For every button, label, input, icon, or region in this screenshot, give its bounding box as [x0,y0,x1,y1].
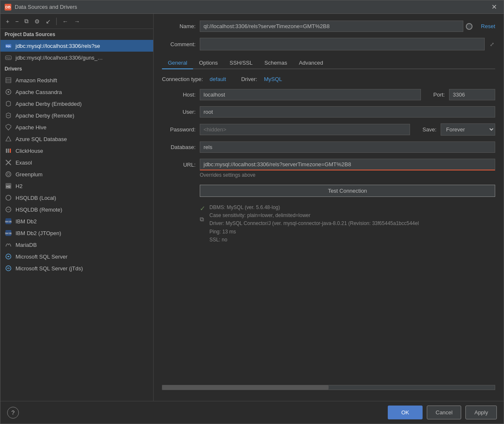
drivers-section-header: Drivers [0,63,153,74]
driver-label-2: Apache Derby (Embedded) [16,101,82,107]
test-connection-button[interactable]: Test Connection [200,185,495,197]
project-section-header: Project Data Sources [0,29,153,40]
svg-point-20 [6,195,11,200]
greenplum-icon [5,170,12,178]
driver-item-mariadb[interactable]: MariaDB [0,239,153,251]
remove-datasource-button[interactable]: − [13,17,21,26]
driver-value[interactable]: MySQL [264,76,282,82]
comment-input[interactable] [200,38,485,50]
password-input[interactable] [200,124,410,135]
tab-general[interactable]: General [162,57,193,69]
driver-label-11: HSQLDB (Remote) [16,207,62,213]
host-label: Host: [162,92,196,98]
copy-datasource-button[interactable]: ⧉ [22,16,31,26]
driver-item-apache-cassandra[interactable]: Apache Cassandra [0,86,153,98]
driver-item-hsqldb-local[interactable]: HSQLDB (Local) [0,192,153,204]
driver-label-1: Apache Cassandra [16,89,62,95]
mariadb-icon [5,241,12,249]
tab-schemas[interactable]: Schemas [259,57,293,69]
name-input-wrap [200,21,473,32]
project-item-0[interactable]: SQL jdbc:mysql://localhost:3306/rels?se [0,40,153,52]
status-text: DBMS: MySQL (ver. 5.6.48-log) Case sensi… [209,204,419,244]
driver-label-15: Microsoft SQL Server [16,254,68,260]
tab-sshssl[interactable]: SSH/SSL [224,57,259,69]
cancel-button[interactable]: Cancel [427,406,461,419]
tab-options[interactable]: Options [193,57,224,69]
driver-label-4: Apache Hive [16,124,47,131]
back-button[interactable]: ← [60,17,70,26]
left-panel: + − ⧉ ⚙ ↙ ← → Project Data Sources SQL [0,14,154,401]
host-input[interactable] [200,89,421,100]
svg-point-17 [7,173,10,175]
horizontal-scrollbar[interactable] [162,385,495,390]
driver-label-12: IBM Db2 [16,218,37,225]
project-item-label-1: jdbc:mysql://localhost:3306/guns_… [16,55,103,61]
svg-marker-10 [6,136,11,141]
radio-button[interactable] [466,23,473,30]
cassandra-icon [5,88,12,96]
svg-point-28 [6,266,11,271]
copy-icon[interactable]: ⧉ [200,216,205,223]
driver-item-apache-derby-embedded[interactable]: Apache Derby (Embedded) [0,98,153,110]
clickhouse-icon [5,147,12,154]
name-input[interactable] [200,21,463,32]
ok-button[interactable]: OK [388,406,423,419]
driver-label-5: Azure SQL Database [16,136,67,142]
driver-label-13: IBM Db2 (JTOpen) [16,230,61,236]
user-input[interactable] [200,106,495,118]
apply-button[interactable]: Apply [465,406,497,419]
port-label: Port: [433,92,445,98]
driver-item-mssql-jtds[interactable]: Microsoft SQL Server (jTds) [0,262,153,274]
driver-item-apache-derby-remote[interactable]: Apache Derby (Remote) [0,110,153,121]
azure-icon [5,135,12,143]
driver-item-mssql[interactable]: Microsoft SQL Server [0,251,153,262]
title-bar: DB Data Sources and Drivers ✕ [0,0,504,14]
window-title: Data Sources and Drivers [15,4,77,10]
name-label: Name: [162,23,196,29]
status-case: Case sensitivity: plain=lower, delimited… [209,212,419,220]
driver-item-azure-sql[interactable]: Azure SQL Database [0,133,153,145]
expand-icon[interactable]: ⤢ [489,40,495,48]
derby-rem-icon [5,112,12,119]
driver-item-hsqldb-remote[interactable]: HSQLDB (Remote) [0,204,153,215]
driver-item-ibm-db2[interactable]: IBM DB2 IBM Db2 [0,215,153,227]
project-section: Project Data Sources SQL jdbc:mysql://lo… [0,29,153,63]
port-input[interactable] [449,89,495,100]
project-item-1[interactable]: SQL jdbc:mysql://localhost:3306/guns_… [0,52,153,63]
url-input[interactable] [200,159,495,170]
forward-button[interactable]: → [72,17,82,26]
settings-button[interactable]: ⚙ [32,17,42,26]
svg-text:IBM DB2: IBM DB2 [5,220,12,223]
import-button[interactable]: ↙ [44,17,53,26]
mysql-icon-1: SQL [5,54,12,61]
database-input[interactable] [200,141,495,153]
driver-label-16: Microsoft SQL Server (jTds) [16,265,83,272]
close-button[interactable]: ✕ [489,2,499,12]
title-bar-left: DB Data Sources and Drivers [5,4,77,10]
derby-emb-icon [5,100,12,107]
reset-link[interactable]: Reset [481,23,495,29]
tree-list: Project Data Sources SQL jdbc:mysql://lo… [0,29,153,401]
driver-item-ibm-db2-jtopen[interactable]: IBM DB2 IBM Db2 (JTOpen) [0,227,153,239]
status-area: ✓ ⧉ DBMS: MySQL (ver. 5.6.48-log) Case s… [200,204,495,244]
svg-rect-13 [10,149,11,153]
svg-rect-11 [6,149,7,153]
exasol-icon [5,159,12,166]
driver-label-6: ClickHouse [16,148,43,154]
driver-item-greenplum[interactable]: Greenplum [0,168,153,180]
tab-advanced[interactable]: Advanced [293,57,329,69]
user-label: User: [162,109,196,115]
h2-icon: H2 [5,182,12,190]
help-button[interactable]: ? [7,407,19,419]
driver-item-exasol[interactable]: Exasol [0,157,153,168]
driver-item-h2[interactable]: H2 H2 [0,180,153,192]
url-row: URL: [162,159,495,170]
driver-item-clickhouse[interactable]: ClickHouse [0,145,153,157]
driver-label-3: Apache Derby (Remote) [16,113,74,119]
driver-item-apache-hive[interactable]: Apache Hive [0,121,153,133]
url-hint: Overrides settings above [200,172,495,178]
add-datasource-button[interactable]: + [4,17,11,26]
driver-item-amazon-redshift[interactable]: Amazon Redshift [0,74,153,86]
save-select[interactable]: Forever Until restart Never [441,123,495,136]
conn-type-value[interactable]: default [210,76,226,82]
